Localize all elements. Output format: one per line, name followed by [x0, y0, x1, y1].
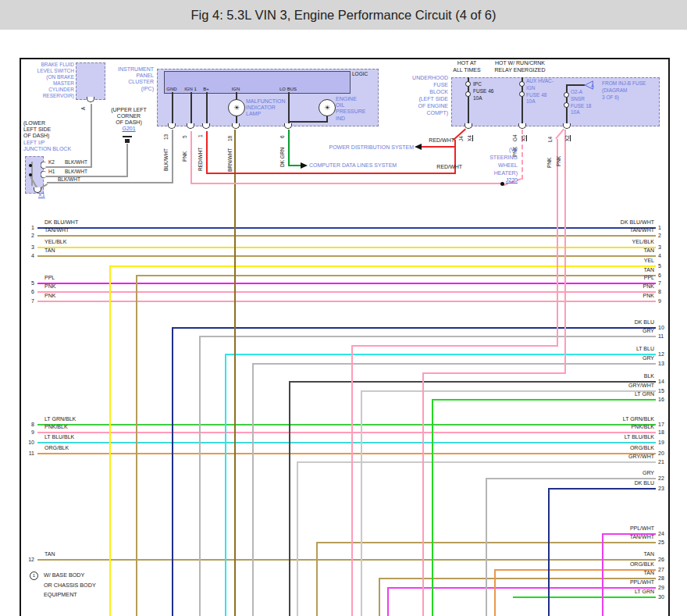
wire-vertical — [379, 578, 380, 616]
wire-segment — [206, 131, 208, 174]
wire-diagonal — [555, 129, 564, 140]
junction-ref-link[interactable]: X1 — [38, 192, 45, 198]
wire-label-right: TAN — [500, 570, 654, 576]
red-wht-label-lower: RED/WHT — [408, 164, 462, 170]
wire-vertical — [172, 327, 173, 616]
mil-label: MALFUNCTIONINDICATORLAMP — [246, 98, 286, 118]
wire-number-right: 26 — [658, 557, 664, 563]
ipc-pin-num-13: 13 — [163, 134, 169, 140]
wire-label-left: TAN — [44, 247, 55, 254]
wire-number-right: 16 — [658, 397, 664, 403]
wire-vertical — [432, 399, 433, 616]
fuse-conn-x5-link[interactable]: X5 — [521, 135, 526, 141]
wire-vertical — [494, 569, 496, 616]
wire-segment — [190, 183, 502, 184]
wire-row-18 — [37, 432, 656, 433]
wire-number-right: 28 — [658, 575, 664, 582]
wire-label-left: PNK — [44, 283, 55, 290]
wire-label-right: LT GRN — [500, 589, 654, 595]
wire-vertical — [289, 381, 290, 616]
wire-label-right: GRY — [500, 470, 654, 476]
wire-label-right: DK BLU/WHT — [500, 219, 654, 226]
wire-vertical — [361, 390, 362, 616]
oil-pressure-lamp-icon: ☀ — [319, 99, 336, 116]
wiring-diagram-page: Fig 4: 5.3L VIN 3, Engine Performance Ci… — [0, 0, 687, 616]
wire-number-right: 9 — [658, 298, 661, 304]
wire-number-right: 29 — [658, 585, 664, 591]
wire-segment — [190, 131, 192, 184]
fuse-terminal-icon — [519, 91, 525, 97]
wire-number-right: 27 — [658, 567, 664, 573]
wire-number-right: 30 — [658, 594, 664, 600]
wire-number-right: 1 — [658, 225, 661, 231]
wire-segment — [351, 345, 558, 347]
fuse-conn-x4-link[interactable]: X4 — [467, 135, 472, 141]
wire-segment — [91, 104, 92, 168]
wire-row-26 — [37, 559, 656, 561]
wire-row-13 — [252, 363, 656, 365]
splice-dot — [29, 164, 32, 167]
wire-row-30 — [513, 596, 656, 598]
fuse-46-label: IPCFUSE 4610A — [473, 81, 493, 101]
wire-label-right: GRY — [500, 328, 654, 334]
wire-number-right: 7 — [658, 280, 661, 287]
wire-label-right: PNK — [500, 283, 654, 290]
computer-data-arrow-icon — [301, 162, 308, 169]
hot-at-all-times-label: HOT ATALL TIMES — [445, 59, 489, 73]
wire-vertical — [136, 275, 137, 616]
wire-name-brnwht: BRN/WHT — [227, 148, 233, 172]
wire-number-right: 17 — [658, 422, 664, 428]
wire-row-23 — [548, 488, 656, 490]
wire-number-left: 4 — [20, 253, 34, 259]
malfunction-indicator-lamp-icon: ☀ — [228, 99, 245, 116]
fuse-conn-x2-link[interactable]: X2 — [564, 135, 570, 141]
wire-number-left: 10 — [20, 440, 34, 446]
ground-symbol-icon — [123, 136, 132, 137]
wire-label-right: BLK — [500, 373, 654, 379]
wire-vertical — [422, 372, 424, 616]
wire-name-dkgrn: DK GRN — [279, 148, 285, 167]
wire-number-right: 5 — [658, 263, 661, 269]
wire-row-4 — [37, 255, 656, 257]
wire-number-right: 8 — [658, 289, 661, 295]
ground-ref-link[interactable]: G201 — [106, 126, 151, 132]
wire-label-left: ORG/BLK — [44, 445, 69, 451]
note-text: W/ BASE BODYOR CHASSIS BODYEQUIPMENT — [44, 571, 96, 600]
j220-ref-link[interactable]: J220 — [479, 177, 518, 183]
wire-vertical — [557, 139, 558, 345]
wire-label-right: PNK — [500, 293, 654, 299]
wire-segment — [206, 92, 208, 126]
ipc-pin-gnd: GND — [162, 86, 181, 92]
wire-vertical — [486, 478, 487, 616]
wire-segment — [288, 121, 326, 123]
ipc-pin-num-18: 18 — [227, 136, 233, 141]
wire-vertical — [297, 461, 298, 616]
wire-label-right: GRY — [500, 355, 654, 361]
wire-label-right: TAN/WHT — [500, 534, 654, 540]
wire-name-redwht: RED/WHT — [198, 148, 203, 171]
junction-pin-k2: K2 — [48, 159, 55, 166]
junction-pin-h1: H1 — [48, 169, 55, 175]
note-number-icon: 1 — [30, 571, 38, 580]
wire-segment — [288, 165, 301, 166]
wire-number-left: 3 — [20, 244, 34, 251]
wire-number-right: 20 — [658, 450, 664, 457]
splice-dot — [29, 173, 32, 176]
wire-label-right: PPL/WHT — [500, 579, 654, 586]
wire-number-right: 12 — [658, 351, 664, 358]
wire-segment — [566, 84, 585, 86]
wire-label-right: YEL — [500, 258, 654, 264]
junction-connector-icon — [41, 162, 46, 169]
wire-label-right: TAN — [500, 551, 654, 557]
wire-label-left: TAN — [44, 551, 55, 557]
computer-data-lines-label: COMPUTER DATA LINES SYSTEM — [309, 162, 397, 169]
wire-number-right: 2 — [658, 233, 661, 239]
wire-vertical — [564, 130, 566, 372]
wire-label-left: TAN/WHT — [44, 227, 69, 233]
wire-number-left: 11 — [20, 450, 34, 457]
ipc-pin-ign: IGN — [227, 86, 244, 92]
wire-number-left: 5 — [20, 280, 34, 287]
junction-location-label: (LOWERLEFT SIDEOF DASH) — [23, 120, 51, 140]
wire-number-left: 2 — [20, 233, 34, 239]
wire-label-right: TAN — [500, 267, 654, 273]
